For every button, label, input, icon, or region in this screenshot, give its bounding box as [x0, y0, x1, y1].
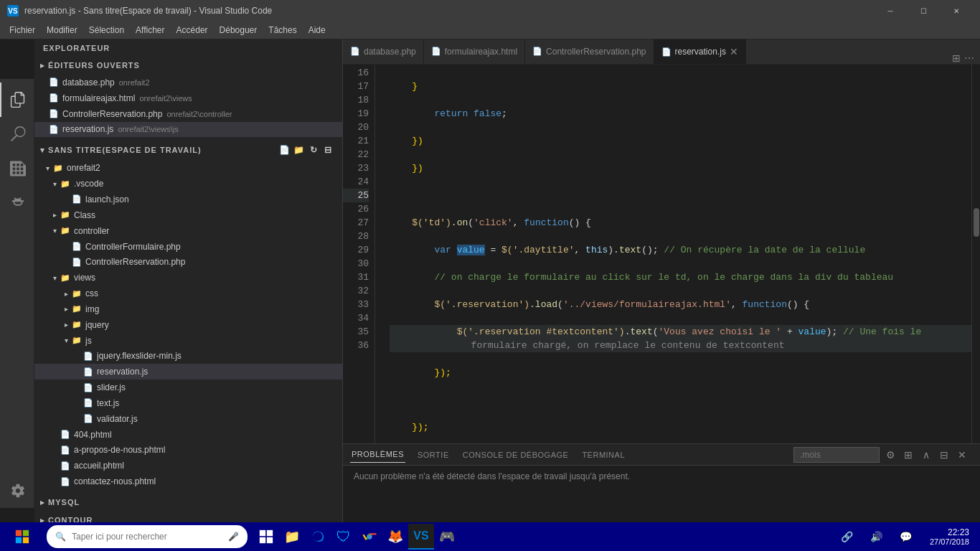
file-explorer-icon[interactable]: 📁 [279, 524, 305, 550]
tab-database[interactable]: 📄 database.php [343, 39, 424, 64]
more-actions-icon[interactable]: ⋯ [964, 52, 974, 64]
tab-database-label: database.php [364, 47, 416, 57]
panel-right: ⚙ ⊞ ∧ ⊟ ✕ [793, 447, 973, 463]
panel-tab-output[interactable]: SORTIE [416, 447, 451, 463]
tab-close-reservation[interactable]: ✕ [730, 46, 738, 57]
menu-aide[interactable]: Aide [303, 24, 331, 37]
panel-tabs: PROBLÈMES SORTIE CONSOLE DE DÉBOGAGE TER… [343, 444, 980, 466]
game-icon[interactable]: 🎮 [434, 524, 460, 550]
tab-controller-label: ControllerReservation.php [546, 47, 646, 57]
code-editor[interactable]: 16 17 18 19 20 21 22 23 24 25 26 27 28 [343, 65, 980, 443]
taskbar-sound-icon[interactable]: 🔊 [864, 524, 890, 550]
clock[interactable]: 22:23 27/07/2018 [923, 527, 976, 546]
main-area: EXPLORATEUR ▸ ÉDITEURS OUVERTS 📄 databas… [0, 39, 980, 529]
tree-text[interactable]: 📄 text.js [34, 395, 342, 411]
editor-area: 📄 database.php 📄 formulaireajax.html 📄 C… [343, 39, 980, 529]
tree-onrefait2[interactable]: ▾ 📁 onrefait2 [34, 160, 342, 176]
extensions-icon[interactable] [0, 186, 34, 220]
tree-reservation-js[interactable]: 📄 reservation.js [34, 364, 342, 380]
tree-slider[interactable]: 📄 slider.js [34, 380, 342, 395]
open-file-database[interactable]: 📄 database.php onrefait2 [34, 75, 342, 90]
tree-controller-formulaire[interactable]: 📄 ControllerFormulaire.php [34, 239, 342, 255]
tree-launch-json[interactable]: 📄 launch.json [34, 192, 342, 207]
start-button[interactable] [4, 524, 41, 550]
panel-filter-icon[interactable]: ⚙ [883, 449, 897, 461]
menu-taches[interactable]: Tâches [263, 24, 302, 37]
svg-rect-5 [267, 530, 273, 536]
svg-rect-4 [260, 530, 265, 536]
menu-fichier[interactable]: Fichier [4, 24, 41, 37]
explorer-header: EXPLORATEUR [34, 39, 342, 57]
minimize-button[interactable]: ─ [874, 0, 907, 22]
split-editor-icon[interactable]: ⊞ [952, 52, 961, 64]
code-editor-wrapper: 16 17 18 19 20 21 22 23 24 25 26 27 28 [343, 65, 980, 443]
tree-404[interactable]: 📄 404.phtml [34, 427, 342, 443]
firefox-icon[interactable]: 🦊 [382, 524, 408, 550]
tree-jquery[interactable]: ▸ 📁 jquery [34, 317, 342, 333]
tree-img[interactable]: ▸ 📁 img [34, 301, 342, 317]
tree-apropos[interactable]: 📄 a-propos-de-nous.phtml [34, 443, 342, 458]
php-file-icon: 📄 [49, 77, 60, 87]
svg-rect-6 [260, 537, 265, 543]
vscode-taskbar-icon[interactable]: VS [408, 524, 434, 550]
panel-search-input[interactable] [793, 447, 880, 463]
taskbar-network-icon[interactable]: 🔗 [834, 524, 860, 550]
tree-class[interactable]: ▸ 📁 Class [34, 207, 342, 223]
open-editors-header[interactable]: ▸ ÉDITEURS OUVERTS [34, 57, 342, 75]
menu-debogueur[interactable]: Déboguer [214, 24, 263, 37]
tree-controller[interactable]: ▾ 📁 controller [34, 223, 342, 239]
search-icon[interactable] [0, 117, 34, 151]
new-folder-btn[interactable]: 📁 [293, 144, 305, 156]
tree-js[interactable]: ▾ 📁 js [34, 333, 342, 349]
panel-close-icon[interactable]: ✕ [955, 449, 969, 461]
panel-tab-problems[interactable]: PROBLÈMES [350, 446, 405, 463]
panel-up-icon[interactable]: ∧ [919, 449, 933, 461]
tree-controller-reservation[interactable]: 📄 ControllerReservation.php [34, 254, 342, 270]
svg-rect-1 [23, 530, 29, 536]
open-file-controller[interactable]: 📄 ControllerReservation.php onrefait2\co… [34, 106, 342, 122]
tree-flexslider[interactable]: 📄 jquery.flexslider-min.js [34, 349, 342, 364]
menu-afficher[interactable]: Afficher [130, 24, 170, 37]
new-file-btn[interactable]: 📄 [279, 144, 291, 156]
tree-vscode[interactable]: ▾ 📁 .vscode [34, 176, 342, 192]
git-icon[interactable] [0, 151, 34, 186]
task-view-icon[interactable] [253, 524, 279, 550]
refresh-btn[interactable]: ↻ [308, 144, 319, 156]
tab-reservation[interactable]: 📄 reservation.js ✕ [654, 39, 746, 64]
settings-icon[interactable] [0, 474, 34, 508]
windows-security-icon[interactable]: 🛡 [331, 524, 357, 550]
edge-icon[interactable] [305, 524, 331, 550]
scrollbar-right[interactable] [971, 65, 980, 443]
menu-acceder[interactable]: Accéder [171, 24, 214, 37]
chrome-icon[interactable] [357, 524, 382, 550]
tree-accueil[interactable]: 📄 accueil.phtml [34, 458, 342, 474]
menu-modifier[interactable]: Modifier [41, 24, 83, 37]
taskbar-right: 🔗 🔊 💬 22:23 27/07/2018 [834, 524, 976, 550]
code-content[interactable]: } return false; }) }) $('td').on('click'… [375, 65, 971, 443]
tab-formulaire[interactable]: 📄 formulaireajax.html [424, 39, 525, 64]
tree-validator[interactable]: 📄 validator.js [34, 411, 342, 427]
tab-controller[interactable]: 📄 ControllerReservation.php [525, 39, 654, 64]
workspace-header[interactable]: ▾ SANS TITRE(ESPACE DE TRAVAIL) 📄 📁 ↻ ⊟ [34, 140, 342, 160]
mic-icon[interactable]: 🎤 [228, 532, 239, 542]
taskbar-search[interactable]: 🔍 🎤 [47, 525, 248, 548]
open-file-reservation[interactable]: 📄 reservation.js onrefait2\views\js [34, 122, 342, 138]
taskbar-search-input[interactable] [72, 532, 222, 542]
panel-split-icon[interactable]: ⊟ [937, 449, 951, 461]
panel-tab-terminal[interactable]: TERMINAL [580, 447, 626, 463]
mysql-header[interactable]: ▸ MYSQL [34, 494, 342, 512]
tree-css[interactable]: ▸ 📁 css [34, 286, 342, 301]
tree-contactez[interactable]: 📄 contactez-nous.phtml [34, 474, 342, 489]
tree-views[interactable]: ▾ 📁 views [34, 270, 342, 286]
menu-selection[interactable]: Sélection [83, 24, 130, 37]
taskbar-notifications-icon[interactable]: 💬 [893, 524, 919, 550]
panel-expand-icon[interactable]: ⊞ [901, 449, 915, 461]
panel-tab-debug[interactable]: CONSOLE DE DÉBOGAGE [461, 447, 570, 463]
open-file-formulaire[interactable]: 📄 formulaireajax.html onrefait2\views [34, 90, 342, 106]
explorer-icon[interactable] [0, 83, 34, 117]
maximize-button[interactable]: ☐ [907, 0, 940, 22]
panel-message: Aucun problème n'a été détecté dans l'es… [354, 471, 630, 481]
close-button[interactable]: ✕ [940, 0, 973, 22]
window-controls[interactable]: ─ ☐ ✕ [874, 0, 973, 22]
collapse-btn[interactable]: ⊟ [322, 144, 334, 156]
